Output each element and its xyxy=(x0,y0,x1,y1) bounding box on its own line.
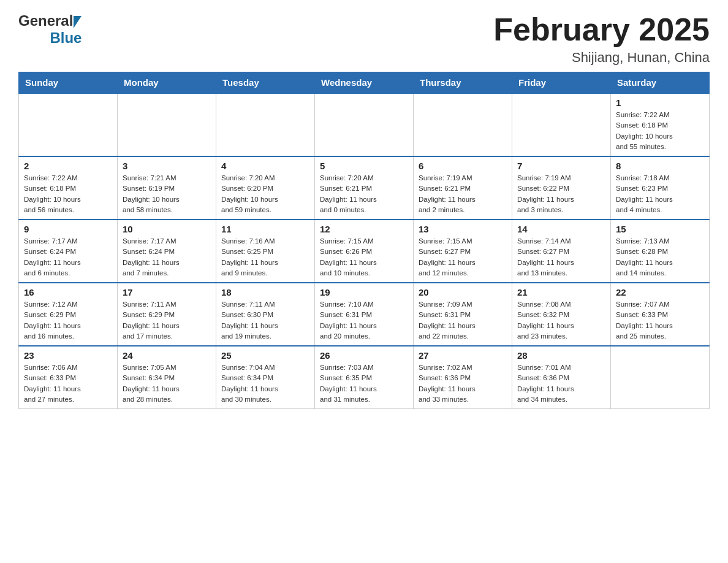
calendar-cell: 8Sunrise: 7:18 AMSunset: 6:23 PMDaylight… xyxy=(611,156,710,220)
day-info: Sunrise: 7:11 AMSunset: 6:30 PMDaylight:… xyxy=(221,299,309,342)
day-info: Sunrise: 7:20 AMSunset: 6:21 PMDaylight:… xyxy=(320,173,408,215)
day-number: 16 xyxy=(24,287,112,297)
day-info: Sunrise: 7:22 AMSunset: 6:18 PMDaylight:… xyxy=(616,110,704,152)
calendar-cell: 28Sunrise: 7:01 AMSunset: 6:36 PMDayligh… xyxy=(512,346,611,409)
calendar-cell xyxy=(414,93,512,156)
calendar-cell: 26Sunrise: 7:03 AMSunset: 6:35 PMDayligh… xyxy=(315,346,414,409)
day-info: Sunrise: 7:01 AMSunset: 6:36 PMDaylight:… xyxy=(517,362,605,405)
calendar-cell: 7Sunrise: 7:19 AMSunset: 6:22 PMDaylight… xyxy=(512,156,611,220)
day-info: Sunrise: 7:09 AMSunset: 6:31 PMDaylight:… xyxy=(419,299,507,342)
calendar-cell xyxy=(512,93,611,156)
day-number: 21 xyxy=(517,287,605,297)
day-info: Sunrise: 7:16 AMSunset: 6:25 PMDaylight:… xyxy=(221,236,309,278)
calendar-cell xyxy=(611,346,710,409)
calendar-cell xyxy=(19,93,118,156)
day-number: 19 xyxy=(320,287,408,297)
calendar-body: 1Sunrise: 7:22 AMSunset: 6:18 PMDaylight… xyxy=(19,93,710,409)
calendar-cell: 18Sunrise: 7:11 AMSunset: 6:30 PMDayligh… xyxy=(216,283,315,346)
calendar-cell: 16Sunrise: 7:12 AMSunset: 6:29 PMDayligh… xyxy=(19,283,118,346)
day-number: 5 xyxy=(320,161,408,171)
calendar-cell: 23Sunrise: 7:06 AMSunset: 6:33 PMDayligh… xyxy=(19,346,118,409)
day-info: Sunrise: 7:17 AMSunset: 6:24 PMDaylight:… xyxy=(24,236,112,278)
day-info: Sunrise: 7:06 AMSunset: 6:33 PMDaylight:… xyxy=(24,362,112,405)
calendar-week-row: 9Sunrise: 7:17 AMSunset: 6:24 PMDaylight… xyxy=(19,220,710,283)
calendar-header-thursday: Thursday xyxy=(414,72,512,94)
calendar-week-row: 2Sunrise: 7:22 AMSunset: 6:18 PMDaylight… xyxy=(19,156,710,220)
calendar-cell: 5Sunrise: 7:20 AMSunset: 6:21 PMDaylight… xyxy=(315,156,414,220)
day-info: Sunrise: 7:19 AMSunset: 6:21 PMDaylight:… xyxy=(419,173,507,215)
calendar-cell: 14Sunrise: 7:14 AMSunset: 6:27 PMDayligh… xyxy=(512,220,611,283)
day-info: Sunrise: 7:21 AMSunset: 6:19 PMDaylight:… xyxy=(123,173,211,215)
logo-blue-text: Blue xyxy=(50,29,82,47)
day-info: Sunrise: 7:15 AMSunset: 6:26 PMDaylight:… xyxy=(320,236,408,278)
day-number: 22 xyxy=(616,287,704,297)
calendar-cell: 6Sunrise: 7:19 AMSunset: 6:21 PMDaylight… xyxy=(414,156,512,220)
day-info: Sunrise: 7:05 AMSunset: 6:34 PMDaylight:… xyxy=(123,362,211,405)
day-number: 11 xyxy=(221,224,309,234)
day-number: 13 xyxy=(419,224,507,234)
day-number: 7 xyxy=(517,161,605,171)
day-number: 2 xyxy=(24,161,112,171)
day-info: Sunrise: 7:12 AMSunset: 6:29 PMDaylight:… xyxy=(24,299,112,342)
calendar-cell: 11Sunrise: 7:16 AMSunset: 6:25 PMDayligh… xyxy=(216,220,315,283)
day-number: 6 xyxy=(419,161,507,171)
day-number: 9 xyxy=(24,224,112,234)
calendar-header-saturday: Saturday xyxy=(611,72,710,94)
calendar-location: Shijiang, Hunan, China xyxy=(493,50,710,66)
logo: General Blue xyxy=(18,12,82,47)
day-info: Sunrise: 7:13 AMSunset: 6:28 PMDaylight:… xyxy=(616,236,704,278)
day-info: Sunrise: 7:04 AMSunset: 6:34 PMDaylight:… xyxy=(221,362,309,405)
day-number: 17 xyxy=(123,287,211,297)
calendar-week-row: 16Sunrise: 7:12 AMSunset: 6:29 PMDayligh… xyxy=(19,283,710,346)
day-number: 15 xyxy=(616,224,704,234)
day-number: 25 xyxy=(221,350,309,361)
day-info: Sunrise: 7:17 AMSunset: 6:24 PMDaylight:… xyxy=(123,236,211,278)
calendar-cell: 3Sunrise: 7:21 AMSunset: 6:19 PMDaylight… xyxy=(118,156,216,220)
day-info: Sunrise: 7:03 AMSunset: 6:35 PMDaylight:… xyxy=(320,362,408,405)
day-number: 24 xyxy=(123,350,211,361)
calendar-cell: 24Sunrise: 7:05 AMSunset: 6:34 PMDayligh… xyxy=(118,346,216,409)
logo-general-text: General xyxy=(18,12,73,29)
logo-triangle-icon xyxy=(74,16,82,28)
day-info: Sunrise: 7:07 AMSunset: 6:33 PMDaylight:… xyxy=(616,299,704,342)
day-info: Sunrise: 7:02 AMSunset: 6:36 PMDaylight:… xyxy=(419,362,507,405)
day-info: Sunrise: 7:10 AMSunset: 6:31 PMDaylight:… xyxy=(320,299,408,342)
day-number: 10 xyxy=(123,224,211,234)
calendar-cell: 27Sunrise: 7:02 AMSunset: 6:36 PMDayligh… xyxy=(414,346,512,409)
calendar-header-tuesday: Tuesday xyxy=(216,72,315,94)
day-info: Sunrise: 7:18 AMSunset: 6:23 PMDaylight:… xyxy=(616,173,704,215)
calendar-cell: 4Sunrise: 7:20 AMSunset: 6:20 PMDaylight… xyxy=(216,156,315,220)
calendar-cell: 15Sunrise: 7:13 AMSunset: 6:28 PMDayligh… xyxy=(611,220,710,283)
calendar-cell xyxy=(216,93,315,156)
day-info: Sunrise: 7:22 AMSunset: 6:18 PMDaylight:… xyxy=(24,173,112,215)
calendar-header-sunday: Sunday xyxy=(19,72,118,94)
day-info: Sunrise: 7:11 AMSunset: 6:29 PMDaylight:… xyxy=(123,299,211,342)
calendar-cell: 2Sunrise: 7:22 AMSunset: 6:18 PMDaylight… xyxy=(19,156,118,220)
day-number: 27 xyxy=(419,350,507,361)
day-number: 12 xyxy=(320,224,408,234)
calendar-cell: 10Sunrise: 7:17 AMSunset: 6:24 PMDayligh… xyxy=(118,220,216,283)
calendar-header-friday: Friday xyxy=(512,72,611,94)
calendar-header-wednesday: Wednesday xyxy=(315,72,414,94)
day-info: Sunrise: 7:20 AMSunset: 6:20 PMDaylight:… xyxy=(221,173,309,215)
day-number: 28 xyxy=(517,350,605,361)
calendar-week-row: 1Sunrise: 7:22 AMSunset: 6:18 PMDaylight… xyxy=(19,93,710,156)
day-number: 3 xyxy=(123,161,211,171)
calendar-cell: 12Sunrise: 7:15 AMSunset: 6:26 PMDayligh… xyxy=(315,220,414,283)
calendar-cell: 9Sunrise: 7:17 AMSunset: 6:24 PMDaylight… xyxy=(19,220,118,283)
day-number: 20 xyxy=(419,287,507,297)
calendar-table: SundayMondayTuesdayWednesdayThursdayFrid… xyxy=(18,72,710,409)
calendar-cell xyxy=(118,93,216,156)
day-number: 4 xyxy=(221,161,309,171)
day-info: Sunrise: 7:15 AMSunset: 6:27 PMDaylight:… xyxy=(419,236,507,278)
calendar-cell: 17Sunrise: 7:11 AMSunset: 6:29 PMDayligh… xyxy=(118,283,216,346)
calendar-cell: 1Sunrise: 7:22 AMSunset: 6:18 PMDaylight… xyxy=(611,93,710,156)
day-number: 26 xyxy=(320,350,408,361)
calendar-cell: 13Sunrise: 7:15 AMSunset: 6:27 PMDayligh… xyxy=(414,220,512,283)
calendar-title: February 2025 xyxy=(493,12,710,47)
calendar-cell: 25Sunrise: 7:04 AMSunset: 6:34 PMDayligh… xyxy=(216,346,315,409)
day-number: 14 xyxy=(517,224,605,234)
day-number: 18 xyxy=(221,287,309,297)
day-info: Sunrise: 7:14 AMSunset: 6:27 PMDaylight:… xyxy=(517,236,605,278)
day-number: 1 xyxy=(616,98,704,108)
